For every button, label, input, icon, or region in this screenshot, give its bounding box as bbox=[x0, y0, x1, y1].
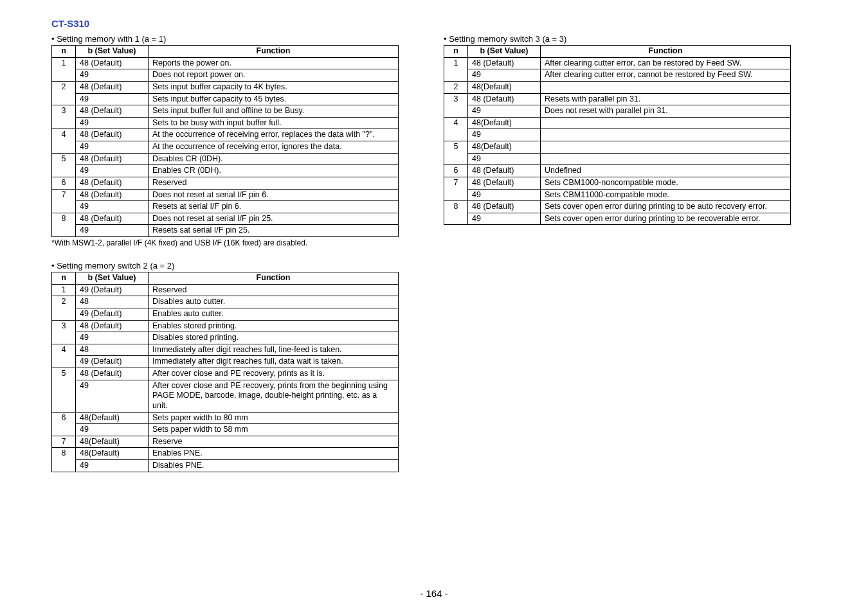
cell-b: 48(Default) bbox=[76, 436, 149, 448]
table1-footnote: *With MSW1-2, parallel I/F (4K fixed) an… bbox=[51, 238, 399, 247]
table-row: 49Sets input buffer capacity to 45 bytes… bbox=[52, 93, 399, 105]
cell-b: 49 bbox=[468, 69, 541, 82]
table-row: 448 (Default)At the occurrence of receiv… bbox=[52, 129, 399, 141]
table-row: 348 (Default)Resets with parallel pin 31… bbox=[444, 93, 791, 105]
cell-b: 48 bbox=[76, 296, 149, 308]
cell-n: 8 bbox=[52, 213, 76, 236]
cell-b: 49 bbox=[468, 153, 541, 165]
table-row: 49At the occurrence of receiving error, … bbox=[52, 141, 399, 154]
cell-b: 49 (Default) bbox=[76, 284, 149, 296]
cell-f: Disables auto cutter. bbox=[149, 296, 399, 308]
content-columns: • Setting memory with 1 (a = 1) n b (Set… bbox=[51, 30, 817, 472]
cell-b: 49 (Default) bbox=[76, 308, 149, 320]
table2-caption: • Setting memory switch 2 (a = 2) bbox=[51, 261, 399, 271]
cell-n: 7 bbox=[444, 177, 468, 200]
cell-f: Sets cover open error during printing to… bbox=[541, 201, 791, 213]
table3-caption: • Setting memory switch 3 (a = 3) bbox=[444, 34, 791, 44]
cell-f: After cover close and PE recovery, print… bbox=[149, 368, 399, 380]
table-row: 648(Default)Sets paper width to 80 mm bbox=[52, 412, 399, 424]
cell-f bbox=[541, 141, 791, 154]
table-row: 248 (Default)Sets input buffer capacity … bbox=[52, 81, 399, 93]
left-column: • Setting memory with 1 (a = 1) n b (Set… bbox=[51, 30, 399, 472]
cell-n: 2 bbox=[444, 81, 468, 93]
table-row: 648 (Default)Reserved bbox=[52, 177, 399, 189]
cell-b: 48(Default) bbox=[76, 448, 149, 460]
cell-f: Immediately after digit reaches full, li… bbox=[149, 344, 399, 356]
cell-f: Sets paper width to 58 mm bbox=[149, 424, 399, 436]
cell-f: Undefined bbox=[541, 165, 791, 177]
table-row: 49Sets cover open error during printing … bbox=[444, 213, 791, 225]
table-row: 49Does not report power on. bbox=[52, 69, 399, 82]
cell-f: Reserved bbox=[149, 284, 399, 296]
cell-n: 5 bbox=[52, 153, 76, 177]
cell-n: 1 bbox=[52, 57, 76, 81]
cell-b: 49 bbox=[76, 165, 149, 177]
cell-n: 4 bbox=[444, 117, 468, 141]
cell-n: 4 bbox=[52, 344, 76, 368]
cell-f: Disables stored printing. bbox=[149, 332, 399, 344]
cell-f: Immediately after digit reaches full, da… bbox=[149, 356, 399, 368]
cell-n: 1 bbox=[444, 57, 468, 81]
cell-f: Resets at serial I/F pin 6. bbox=[149, 201, 399, 213]
table-row: 348 (Default)Sets input buffer full and … bbox=[52, 105, 399, 118]
cell-n: 6 bbox=[52, 177, 76, 189]
cell-n: 3 bbox=[52, 320, 76, 344]
cell-n: 5 bbox=[444, 141, 468, 165]
cell-b: 48(Default) bbox=[468, 117, 541, 129]
cell-f: After cover close and PE recovery, print… bbox=[149, 380, 399, 412]
cell-b: 48 (Default) bbox=[468, 57, 541, 69]
cell-b: 49 bbox=[76, 332, 149, 344]
cell-n: 7 bbox=[52, 436, 76, 448]
cell-b: 49 bbox=[76, 69, 149, 82]
cell-b: 48 (Default) bbox=[468, 165, 541, 177]
table-row: 548(Default) bbox=[444, 141, 791, 154]
cell-b: 49 bbox=[76, 225, 149, 237]
table-row: 648 (Default)Undefined bbox=[444, 165, 791, 177]
cell-f: Sets CBM1000-noncompatible mode. bbox=[541, 177, 791, 189]
cell-b: 48 (Default) bbox=[468, 93, 541, 105]
table-row: 448Immediately after digit reaches full,… bbox=[52, 344, 399, 356]
cell-b: 48 bbox=[76, 344, 149, 356]
cell-b: 48 (Default) bbox=[468, 201, 541, 213]
cell-n: 6 bbox=[52, 412, 76, 436]
table-row: 248Disables auto cutter. bbox=[52, 296, 399, 308]
cell-f: Sets input buffer capacity to 45 bytes. bbox=[149, 93, 399, 105]
cell-b: 48(Default) bbox=[468, 141, 541, 154]
cell-n: 3 bbox=[444, 93, 468, 117]
cell-f bbox=[541, 129, 791, 141]
cell-n: 5 bbox=[52, 368, 76, 413]
cell-b: 49 bbox=[468, 213, 541, 225]
cell-n: 1 bbox=[52, 284, 76, 296]
table-row: 49 (Default)Immediately after digit reac… bbox=[52, 356, 399, 368]
model-title: CT-S310 bbox=[51, 18, 817, 29]
cell-b: 48 (Default) bbox=[468, 177, 541, 189]
cell-b: 49 bbox=[468, 129, 541, 141]
cell-n: 3 bbox=[52, 105, 76, 129]
cell-b: 49 bbox=[76, 141, 149, 154]
table-row: 49Disables stored printing. bbox=[52, 332, 399, 344]
cell-f: Enables PNE. bbox=[149, 448, 399, 460]
cell-f bbox=[541, 153, 791, 165]
cell-f: Sets cover open error during printing to… bbox=[541, 213, 791, 225]
table-row: 148 (Default)Reports the power on. bbox=[52, 57, 399, 69]
table-row: 49Sets to be busy with input buffer full… bbox=[52, 117, 399, 129]
table-row: 49After clearing cutter error, cannot be… bbox=[444, 69, 791, 82]
cell-n: 6 bbox=[444, 165, 468, 177]
table3-h-f: Function bbox=[541, 46, 791, 58]
table2-h-b: b (Set Value) bbox=[76, 272, 149, 285]
cell-b: 49 bbox=[76, 380, 149, 412]
table-row: 49 bbox=[444, 153, 791, 165]
table-row: 49Does not reset with parallel pin 31. bbox=[444, 105, 791, 118]
cell-f: After clearing cutter error, cannot be r… bbox=[541, 69, 791, 82]
cell-b: 49 bbox=[76, 201, 149, 213]
cell-f: Enables auto cutter. bbox=[149, 308, 399, 320]
cell-n: 8 bbox=[52, 448, 76, 472]
cell-f: Sets paper width to 80 mm bbox=[149, 412, 399, 424]
table-row: 49Resets at serial I/F pin 6. bbox=[52, 201, 399, 213]
cell-f: Does not reset at serial I/F pin 25. bbox=[149, 213, 399, 225]
cell-f: Resets sat serial I/F pin 25. bbox=[149, 225, 399, 237]
cell-b: 49 bbox=[76, 460, 149, 472]
cell-b: 48 (Default) bbox=[76, 213, 149, 225]
table-row: 348 (Default)Enables stored printing. bbox=[52, 320, 399, 332]
cell-f bbox=[541, 81, 791, 93]
